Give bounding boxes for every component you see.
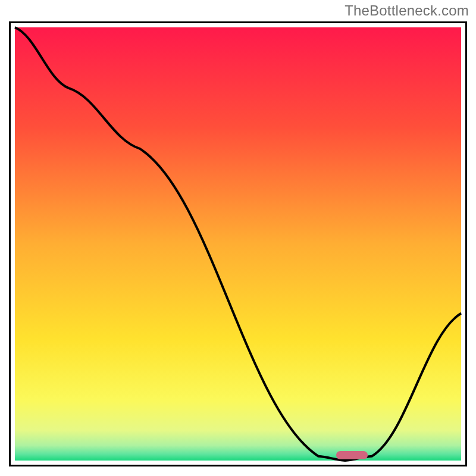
watermark-text: TheBottleneck.com xyxy=(345,2,469,19)
chart-svg xyxy=(15,27,461,461)
optimal-range-marker xyxy=(336,451,368,459)
plot-area xyxy=(15,27,461,461)
chart-frame xyxy=(9,21,467,466)
gradient-background xyxy=(15,27,461,461)
chart-container: TheBottleneck.com xyxy=(0,0,476,476)
